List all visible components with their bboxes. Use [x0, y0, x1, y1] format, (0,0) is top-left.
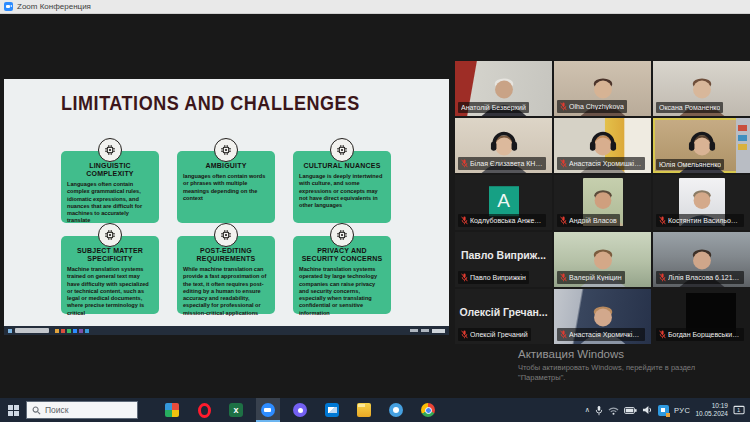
participant-tile[interactable]: Анастасія Хромишкіна ІПЗ-... [554, 118, 651, 173]
avatar-letter: А [489, 186, 519, 216]
participant-name-label: Кодлубовська Анжеліка [458, 214, 546, 227]
slide-title: LIMITATIONS AND CHALLENGES [61, 92, 360, 115]
participant-tile[interactable]: Юлія Омельяненко [653, 118, 750, 173]
clock-date: 10.05.2024 [695, 410, 728, 417]
slide-card: PRIVACY AND SECURITY CONCERNS Machine tr… [293, 236, 391, 314]
taskbar-clock[interactable]: 10:19 10.05.2024 [695, 402, 728, 418]
network-icon[interactable] [608, 405, 619, 415]
mic-muted-icon [461, 273, 468, 282]
card-body: While machine translation can provide a … [183, 266, 269, 317]
participant-name-label: Богдан Борщевський 6.133... [656, 328, 744, 341]
participant-tile[interactable]: Лілія Власова 6.1211-пзс [653, 232, 750, 287]
store-app-icon[interactable] [160, 398, 184, 422]
search-icon [32, 406, 41, 415]
taskbar-search-input[interactable]: Поиск [26, 401, 138, 419]
video-background-detail [738, 125, 747, 132]
microphone-icon[interactable] [595, 405, 603, 416]
participant-name-label: Olha Chyzhykova [557, 100, 627, 113]
chip-icon [330, 223, 354, 247]
card-title: CULTURAL NUANCES [299, 162, 385, 170]
zoom-app-icon[interactable] [256, 398, 280, 422]
battery-icon[interactable] [624, 406, 637, 415]
participant-tile[interactable]: Богдан Борщевський 6.133... [653, 289, 750, 344]
participant-tile[interactable]: АКодлубовська Анжеліка [455, 175, 552, 230]
watermark-title: Активация Windows [518, 348, 695, 360]
zoom-meeting-window: Zoom Конференция LIMITATIONS AND CHALLEN… [0, 0, 750, 422]
participant-name-label: Валерій Куніцин [557, 271, 625, 284]
mic-muted-icon [461, 159, 468, 168]
shared-taskbar-icons [55, 329, 89, 333]
meeting-content-area: LIMITATIONS AND CHALLENGES LINGUISTIC CO… [0, 14, 750, 398]
mic-muted-icon [461, 330, 468, 339]
participant-tile[interactable]: Андрій Власов [554, 175, 651, 230]
participant-tile[interactable]: Анастасія Хромичкіна ІПЗ-... [554, 289, 651, 344]
watermark-line2: "Параметры". [518, 373, 565, 382]
participant-tile[interactable]: Білая Єлизавета КН-22 [455, 118, 552, 173]
chrome-app-icon[interactable] [416, 398, 440, 422]
viber-app-icon[interactable] [288, 398, 312, 422]
participant-name-label: Олексій Гречаний [458, 328, 531, 341]
chip-icon [330, 138, 354, 162]
participant-name-label: Павло Виприжкін [458, 271, 529, 284]
card-title: LINGUISTIC COMPLEXITY [67, 162, 153, 178]
mic-muted-icon [560, 273, 567, 282]
participant-tile[interactable]: Костянтин Васильович Тара... [653, 175, 750, 230]
search-placeholder: Поиск [45, 405, 69, 415]
tray-expand-chevron-icon[interactable]: ∧ [585, 406, 590, 414]
start-button[interactable] [0, 398, 26, 422]
opera-app-icon[interactable] [192, 398, 216, 422]
participant-tile[interactable]: Павло Виприж...Павло Виприжкін [455, 232, 552, 287]
chip-icon [98, 223, 122, 247]
zoom-app-icon [4, 2, 13, 11]
photos-app-icon[interactable] [384, 398, 408, 422]
participants-grid: Анатолій БезверхийOlha ChyzhykovaОксана … [455, 61, 750, 344]
watermark-text: Чтобы активировать Windows, перейдите в … [518, 363, 695, 383]
mic-muted-icon [560, 102, 567, 111]
card-body: Machine translation systems trained on g… [67, 266, 153, 317]
chip-icon [98, 138, 122, 162]
excel-app-icon[interactable] [224, 398, 248, 422]
explorer-app-icon[interactable] [352, 398, 376, 422]
volume-icon[interactable] [642, 405, 653, 415]
participant-tile[interactable]: Olha Chyzhykova [554, 61, 651, 116]
video-background-detail [738, 144, 747, 150]
chip-icon [214, 223, 238, 247]
card-body: Language is deeply intertwined with cult… [299, 173, 385, 209]
mic-muted-icon [560, 216, 567, 225]
window-title: Zoom Конференция [17, 2, 91, 11]
participant-tile[interactable]: Валерій Куніцин [554, 232, 651, 287]
participant-name-label: Білая Єлизавета КН-22 [458, 157, 546, 170]
slide-card: CULTURAL NUANCES Language is deeply inte… [293, 151, 391, 223]
language-indicator[interactable]: РУС [674, 406, 691, 415]
windows-taskbar: Поиск ∧ РУС [0, 398, 750, 422]
card-title: SUBJECT MATTER SPECIFICITY [67, 247, 153, 263]
window-titlebar[interactable]: Zoom Конференция [0, 0, 750, 14]
card-body: Machine translation systems operated by … [299, 266, 385, 317]
mic-muted-icon [659, 216, 666, 225]
participant-name-label: Юлія Омельяненко [656, 159, 724, 170]
card-title: PRIVACY AND SECURITY CONCERNS [299, 247, 385, 263]
windows-logo-icon [8, 405, 19, 416]
shared-search-box [15, 328, 49, 333]
participant-tile[interactable]: Оксана Романенко [653, 61, 750, 116]
participant-tile[interactable]: Олексій Гречан...Олексій Гречаний [455, 289, 552, 344]
mic-muted-icon [560, 330, 567, 339]
participant-tile[interactable]: Анатолій Безверхий [455, 61, 552, 116]
slide-card: AMBIGUITY languages often contain words … [177, 151, 275, 223]
shared-system-tray [410, 329, 445, 333]
participant-name-label: Анатолій Безверхий [458, 102, 529, 113]
presentation-slide: LIMITATIONS AND CHALLENGES LINGUISTIC CO… [4, 79, 449, 326]
chip-icon [214, 138, 238, 162]
action-center-icon[interactable]: 1 [733, 405, 746, 416]
participant-name-label: Анастасія Хромишкіна ІПЗ-... [557, 157, 645, 170]
mail-app-icon[interactable] [320, 398, 344, 422]
shared-screen-view[interactable]: LIMITATIONS AND CHALLENGES LINGUISTIC CO… [4, 79, 449, 335]
mic-muted-icon [560, 159, 567, 168]
participant-name-label: Андрій Власов [557, 214, 620, 227]
card-body: languages often contain words or phrases… [183, 173, 269, 202]
video-background-detail [738, 135, 747, 142]
participant-name-label: Костянтин Васильович Тара... [656, 214, 744, 227]
shared-screen-taskbar [4, 326, 449, 335]
keyboard-layout-icon[interactable] [658, 405, 669, 416]
mic-muted-icon [659, 273, 666, 282]
